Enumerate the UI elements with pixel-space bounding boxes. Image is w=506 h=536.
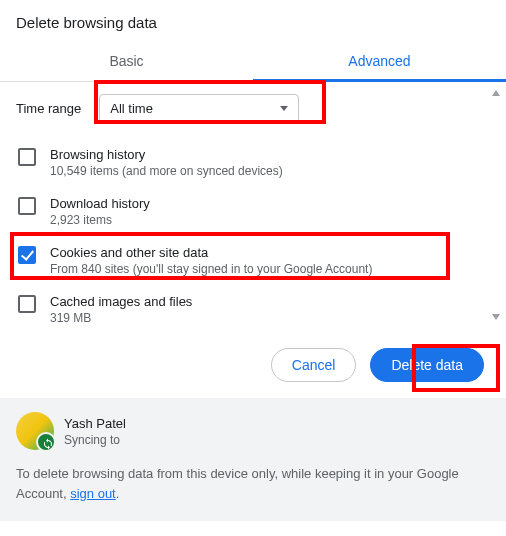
footer-note: To delete browsing data from this device… bbox=[16, 464, 490, 503]
chevron-down-icon bbox=[280, 106, 288, 111]
sign-out-link[interactable]: sign out bbox=[70, 486, 116, 501]
option-label: Download history bbox=[50, 196, 150, 211]
avatar bbox=[16, 412, 54, 450]
time-range-row: Time range All time bbox=[16, 94, 490, 123]
option-cached[interactable]: Cached images and files 319 MB bbox=[16, 286, 490, 330]
account-section: Yash Patel Syncing to To delete browsing… bbox=[0, 398, 506, 521]
time-range-label: Time range bbox=[16, 101, 81, 116]
time-range-value: All time bbox=[110, 101, 153, 116]
scroll-down-icon[interactable] bbox=[492, 314, 500, 320]
option-sublabel: 10,549 items (and more on synced devices… bbox=[50, 164, 283, 178]
option-cookies[interactable]: Cookies and other site data From 840 sit… bbox=[16, 237, 490, 286]
sync-icon bbox=[42, 438, 54, 450]
tab-advanced[interactable]: Advanced bbox=[253, 43, 506, 81]
checkbox[interactable] bbox=[18, 148, 36, 166]
scrollbar[interactable] bbox=[490, 90, 502, 320]
user-name: Yash Patel bbox=[64, 416, 126, 431]
delete-data-button[interactable]: Delete data bbox=[370, 348, 484, 382]
option-sublabel: 2,923 items bbox=[50, 213, 150, 227]
option-label: Browsing history bbox=[50, 147, 283, 162]
option-sublabel: 319 MB bbox=[50, 311, 192, 325]
account-row: Yash Patel Syncing to bbox=[16, 412, 490, 450]
checkbox[interactable] bbox=[18, 197, 36, 215]
option-sublabel: From 840 sites (you'll stay signed in to… bbox=[50, 262, 372, 276]
tab-bar: Basic Advanced bbox=[0, 43, 506, 82]
options-panel: Time range All time Browsing history 10,… bbox=[0, 82, 506, 330]
option-label: Cookies and other site data bbox=[50, 245, 372, 260]
time-range-select[interactable]: All time bbox=[99, 94, 299, 123]
option-browsing-history[interactable]: Browsing history 10,549 items (and more … bbox=[16, 139, 490, 188]
dialog-footer: Cancel Delete data bbox=[0, 330, 506, 398]
checkbox[interactable] bbox=[18, 295, 36, 313]
option-label: Cached images and files bbox=[50, 294, 192, 309]
cancel-button[interactable]: Cancel bbox=[271, 348, 357, 382]
option-download-history[interactable]: Download history 2,923 items bbox=[16, 188, 490, 237]
sync-status: Syncing to bbox=[64, 433, 126, 447]
scroll-up-icon[interactable] bbox=[492, 90, 500, 96]
dialog-title: Delete browsing data bbox=[0, 0, 506, 43]
checkbox[interactable] bbox=[18, 246, 36, 264]
tab-basic[interactable]: Basic bbox=[0, 43, 253, 81]
